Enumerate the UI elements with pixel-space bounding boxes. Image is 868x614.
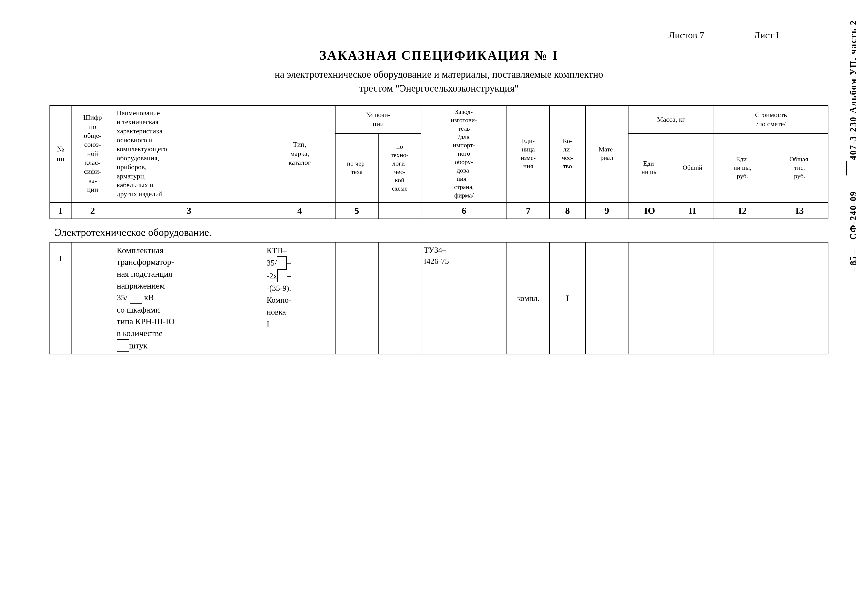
row1-name: Комплектная трансформатор- ная подстанци…	[114, 242, 264, 354]
row1-pos-cher: –	[335, 242, 378, 354]
col3-header: Наименованиеи техническаяхарактеристикао…	[114, 105, 264, 202]
row1-mat: –	[586, 242, 628, 354]
spec-table: №пп Шифрпообще-союз-нойклас-сифи-ка-ции …	[50, 105, 828, 354]
col-num-9: 9	[586, 202, 628, 219]
section-header-row: Электротехническое оборудование.	[50, 219, 828, 242]
row1-sifr: –	[71, 242, 114, 354]
subtitle-line2: трестом "Энергосельхозконструкция"	[359, 83, 519, 94]
col-num-5: 5	[335, 202, 378, 219]
col2-header: Шифрпообще-союз-нойклас-сифи-ка-ции	[71, 105, 114, 202]
row1-cost-ed: –	[714, 242, 771, 354]
col10-header: Масса, кг	[628, 105, 714, 133]
col-num-8: 8	[550, 202, 585, 219]
col-num-1: I	[50, 202, 71, 219]
subtitle-line1: на электротехническое оборудование и мат…	[274, 69, 603, 80]
table-header-row: №пп Шифрпообще-союз-нойклас-сифи-ка-ции …	[50, 105, 828, 133]
col5a-subheader: по чер-теха	[335, 133, 378, 202]
col-num-10: IO	[628, 202, 671, 219]
col5b-subheader: потехно-логи-чес-койсхеме	[378, 133, 421, 202]
main-table-wrapper: №пп Шифрпообще-союз-нойклас-сифи-ка-ции …	[50, 105, 828, 354]
title-section: ЗАКАЗНАЯ СПЕЦИФИКАЦИЯ № I на электротехн…	[50, 48, 828, 95]
col1-header: №пп	[50, 105, 71, 202]
row1-unit: компл.	[507, 242, 550, 354]
column-numbers-row: I 2 3 4 5 6 7 8 9 IO II I2 I3	[50, 202, 828, 219]
col5-header: № пози-ции	[335, 105, 421, 133]
col12b-subheader: Общая,тнс.руб.	[771, 133, 828, 202]
row1-type: КТП– 35/ – -2х – -(35-9). Компо- новка I	[264, 242, 336, 354]
col-num-6: 6	[421, 202, 507, 219]
side-label-top: 407-3-230 Альбом УП. часть 2	[849, 20, 858, 160]
col8-header: Ко-ли-чес-тво	[550, 105, 585, 202]
col10a-subheader: Еди-ни цы	[628, 133, 671, 202]
row1-kol: I	[550, 242, 585, 354]
col-num-5b	[378, 202, 421, 219]
section-header-label: Электротехническое оборудование.	[50, 219, 828, 242]
col-num-7: 7	[507, 202, 550, 219]
col-num-4: 4	[264, 202, 336, 219]
col-num-13: I3	[771, 202, 828, 219]
col10b-subheader: Общий	[671, 133, 714, 202]
side-label-bottom: СФ-240-09	[848, 191, 858, 240]
col-num-12: I2	[714, 202, 771, 219]
row1-mass-ed: –	[628, 242, 671, 354]
side-page-num: – 85 –	[848, 250, 858, 272]
row1-zavod: ТУ34–I426-75	[421, 242, 507, 354]
col12a-subheader: Еди-ни цы,руб.	[714, 133, 771, 202]
col7-header: Еди-ницаизме-ния	[507, 105, 550, 202]
table-row: I – Комплектная трансформатор- ная подст…	[50, 242, 828, 354]
row1-num: I	[50, 242, 71, 354]
subtitle: на электротехническое оборудование и мат…	[50, 68, 828, 95]
row1-mass-ob: –	[671, 242, 714, 354]
row1-cost-ob: –	[771, 242, 828, 354]
listov-label: Листов 7	[668, 30, 704, 40]
side-label-divider	[846, 161, 847, 175]
row1-pos-tech	[378, 242, 421, 354]
col12-header: Стоимость/по смете/	[714, 105, 828, 133]
col-num-3: 3	[114, 202, 264, 219]
main-title: ЗАКАЗНАЯ СПЕЦИФИКАЦИЯ № I	[50, 48, 828, 63]
list-label: Лист I	[754, 30, 779, 40]
col6-header: Завод-изготови-тель/дляимпорт-ногообору-…	[421, 105, 507, 202]
col4-header: Тип,марка,каталог	[264, 105, 336, 202]
col9-header: Мате-риал	[586, 105, 628, 202]
col-num-11: II	[671, 202, 714, 219]
col-num-2: 2	[71, 202, 114, 219]
